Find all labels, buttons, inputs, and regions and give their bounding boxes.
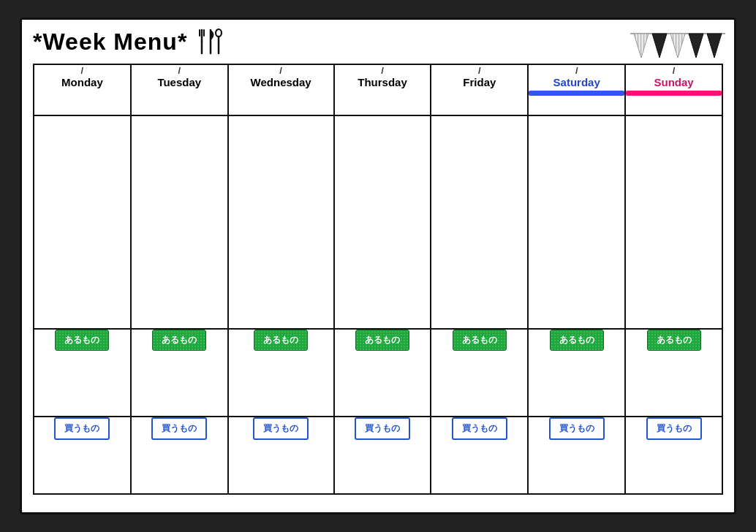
svg-marker-3: [670, 34, 685, 58]
header-row: / Monday / Tuesday / Wednesday / Thursda…: [34, 64, 722, 115]
header-wednesday: / Wednesday: [228, 64, 334, 115]
content-sunday[interactable]: [625, 115, 722, 329]
arumono-sunday[interactable]: あるもの: [625, 329, 722, 417]
arumono-badge-thursday: あるもの: [355, 330, 409, 351]
arumono-badge-friday: あるもの: [453, 330, 507, 351]
week-menu-table: / Monday / Tuesday / Wednesday / Thursda…: [33, 64, 723, 495]
saturday-slash: /: [529, 65, 624, 76]
kaumono-badge-saturday: 買うもの: [549, 417, 605, 440]
header-monday: / Monday: [34, 64, 131, 115]
utensils-icon: [194, 27, 224, 56]
kaumono-badge-tuesday: 買うもの: [151, 417, 207, 440]
content-row: [34, 115, 722, 329]
kaumono-monday[interactable]: 買うもの: [34, 417, 131, 494]
content-thursday[interactable]: [334, 115, 431, 329]
header-tuesday: / Tuesday: [131, 64, 228, 115]
arumono-thursday[interactable]: あるもの: [334, 329, 431, 417]
header-thursday: / Thursday: [334, 64, 431, 115]
kaumono-thursday[interactable]: 買うもの: [334, 417, 431, 494]
svg-marker-1: [634, 34, 649, 58]
tuesday-name: Tuesday: [132, 76, 227, 88]
content-tuesday[interactable]: [131, 115, 228, 329]
arumono-badge-wednesday: あるもの: [254, 330, 308, 351]
svg-marker-5: [707, 34, 722, 58]
kaumono-tuesday[interactable]: 買うもの: [131, 417, 228, 494]
friday-slash: /: [431, 65, 527, 76]
kaumono-badge-thursday: 買うもの: [355, 417, 410, 440]
content-friday[interactable]: [431, 115, 528, 329]
arumono-tuesday[interactable]: あるもの: [131, 329, 228, 417]
header-friday: / Friday: [431, 64, 528, 115]
friday-name: Friday: [431, 76, 527, 88]
arumono-friday[interactable]: あるもの: [431, 329, 528, 417]
kaumono-saturday[interactable]: 買うもの: [528, 417, 625, 494]
arumono-badge-monday: あるもの: [55, 330, 109, 351]
content-saturday[interactable]: [528, 115, 625, 329]
kaumono-badge-sunday: 買うもの: [646, 417, 702, 440]
saturday-underline: [529, 91, 624, 96]
header-saturday: / Saturday: [528, 64, 625, 115]
sunday-underline: [626, 91, 722, 96]
kaumono-friday[interactable]: 買うもの: [431, 417, 528, 494]
arumono-saturday[interactable]: あるもの: [528, 329, 625, 417]
kaumono-wednesday[interactable]: 買うもの: [228, 417, 334, 494]
tuesday-slash: /: [132, 65, 227, 76]
svg-marker-2: [652, 34, 667, 58]
content-monday[interactable]: [34, 115, 131, 329]
kaumono-badge-monday: 買うもの: [54, 417, 110, 440]
kaumono-badge-friday: 買うもの: [452, 417, 507, 440]
arumono-row: あるもの あるもの あるもの あるもの あるもの あるもの ある: [34, 329, 722, 417]
content-wednesday[interactable]: [228, 115, 334, 329]
thursday-slash: /: [335, 65, 431, 76]
svg-point-13: [216, 29, 222, 37]
sunday-name: Sunday: [626, 76, 722, 88]
saturday-name: Saturday: [529, 76, 624, 88]
page-title: *Week Menu*: [33, 27, 723, 56]
svg-marker-4: [689, 34, 703, 58]
arumono-badge-sunday: あるもの: [647, 330, 701, 351]
header-wednesday-name: Wednesday: [229, 76, 333, 88]
arumono-monday[interactable]: あるもの: [34, 329, 131, 417]
page-container: *Week Menu* / Monday /: [20, 18, 736, 514]
wednesday-slash: /: [229, 65, 333, 76]
kaumono-row: 買うもの 買うもの 買うもの 買うもの 買うもの 買うもの 買う: [34, 417, 722, 494]
kaumono-sunday[interactable]: 買うもの: [625, 417, 722, 494]
arumono-badge-saturday: あるもの: [550, 330, 604, 351]
monday-name: Monday: [34, 76, 130, 88]
kaumono-badge-wednesday: 買うもの: [253, 417, 309, 440]
thursday-name: Thursday: [335, 76, 431, 88]
arumono-badge-tuesday: あるもの: [152, 330, 206, 351]
arumono-wednesday[interactable]: あるもの: [228, 329, 334, 417]
bunting-decoration: [630, 26, 725, 73]
title-text: *Week Menu*: [33, 28, 187, 56]
monday-slash: /: [34, 65, 130, 76]
